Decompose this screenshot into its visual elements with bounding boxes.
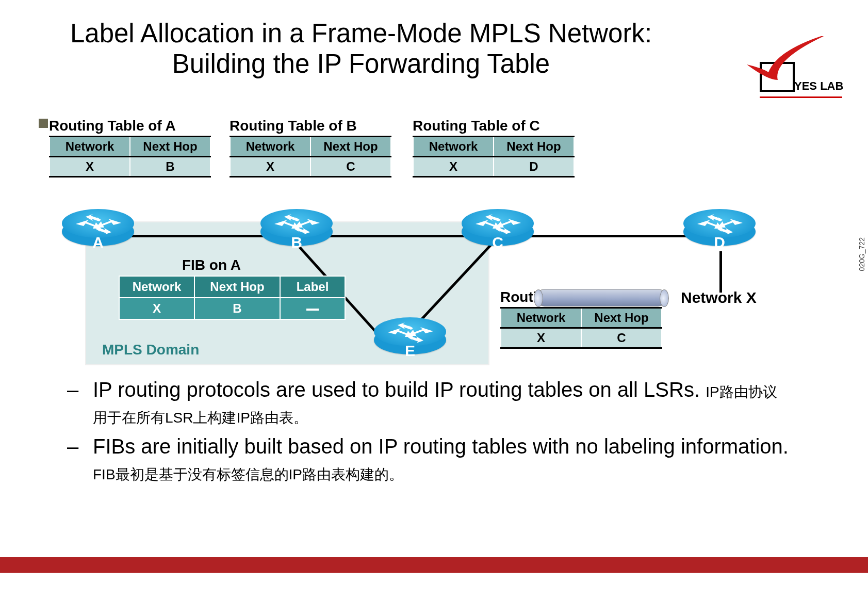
router-arrows-icon [473,213,523,234]
rt-b-nexthop: C [310,157,391,177]
bullet-2-cn: FIB最初是基于没有标签信息的IP路由表构建的。 [93,466,403,482]
rt-c-title: Routing Table of C [413,118,575,134]
router-arrows-icon [272,213,322,234]
network-pipe-icon [536,289,666,306]
rt-a-title: Routing Table of A [49,118,211,134]
header-network: Network [501,308,581,328]
bullet-2: – FIBs are initially built based on IP r… [67,433,789,485]
router-d-label: D [683,234,756,251]
dash-bullet-icon: – [67,433,78,459]
dash-bullet-icon: – [67,377,78,402]
router-c-label: C [462,234,534,251]
header-network: Network [413,137,494,157]
network-x-label: Network X [681,289,757,306]
logo-text: YES LAB [794,79,843,93]
bullet-square-icon [39,119,48,128]
link-d-networkx [719,251,722,293]
figure-code: 020G_722 [858,237,866,271]
router-a-label: A [62,234,134,251]
rt-e-network: X [501,328,581,348]
fib-network: X [119,298,194,319]
slide-title: Label Allocation in a Frame-Mode MPLS Ne… [0,18,722,79]
bullet-1: – IP routing protocols are used to build… [67,377,789,428]
fib-label [280,298,345,319]
title-line1: Label Allocation in a Frame-Mode MPLS Ne… [70,19,652,48]
header-nexthop: Next Hop [310,137,391,157]
checkmark-icon [742,36,834,83]
rt-b-table: NetworkNext Hop XC [230,136,391,177]
mpls-domain-label: MPLS Domain [102,342,199,358]
rt-a-table: NetworkNext Hop XB [49,136,211,177]
rt-a-network: X [50,157,130,177]
rt-b-network: X [230,157,310,177]
fib-header-network: Network [119,276,194,298]
router-arrows-icon [73,213,124,234]
router-e-label: E [374,342,446,360]
logo-underline [760,96,842,98]
bullet-1-en: IP routing protocols are used to build I… [93,378,700,401]
router-b: B [260,209,333,245]
footer-bar [0,557,868,573]
rt-a-nexthop: B [130,157,210,177]
router-arrows-icon [385,321,436,343]
fib-table: Network Next Hop Label X B [119,276,346,320]
bullet-2-en: FIBs are initially built based on IP rou… [93,435,789,458]
router-e: E [374,317,446,353]
fib-nexthop: B [194,298,280,319]
routing-table-b: Routing Table of B NetworkNext Hop XC [230,118,391,177]
title-line2: Building the IP Forwarding Table [172,49,550,78]
header-network: Network [230,137,310,157]
slide: Label Allocation in a Frame-Mode MPLS Ne… [0,0,868,614]
rt-e-nexthop: C [581,328,662,348]
header-network: Network [50,137,130,157]
router-d: D [683,209,756,245]
rt-c-nexthop: D [494,157,574,177]
header-nexthop: Next Hop [494,137,574,157]
routing-table-a: Routing Table of A NetworkNext Hop XB [49,118,211,177]
router-b-label: B [260,234,333,251]
logo: YES LAB [731,36,845,98]
bullet-list: – IP routing protocols are used to build… [67,377,789,490]
router-c: C [462,209,534,245]
routing-table-c: Routing Table of C NetworkNext Hop XD [413,118,575,177]
header-nexthop: Next Hop [130,137,210,157]
rt-b-title: Routing Table of B [230,118,391,134]
fib-header-nexthop: Next Hop [194,276,280,298]
fib-header-label: Label [280,276,345,298]
fib-on-a: FIB on A Network Next Hop Label X B [119,257,346,320]
rt-e-table: NetworkNext Hop XC [500,307,662,349]
router-a: A [62,209,134,245]
rt-c-network: X [413,157,494,177]
fib-title: FIB on A [119,257,304,273]
dash-icon [306,309,319,311]
rt-c-table: NetworkNext Hop XD [413,136,575,177]
router-arrows-icon [695,213,745,234]
header-nexthop: Next Hop [581,308,662,328]
